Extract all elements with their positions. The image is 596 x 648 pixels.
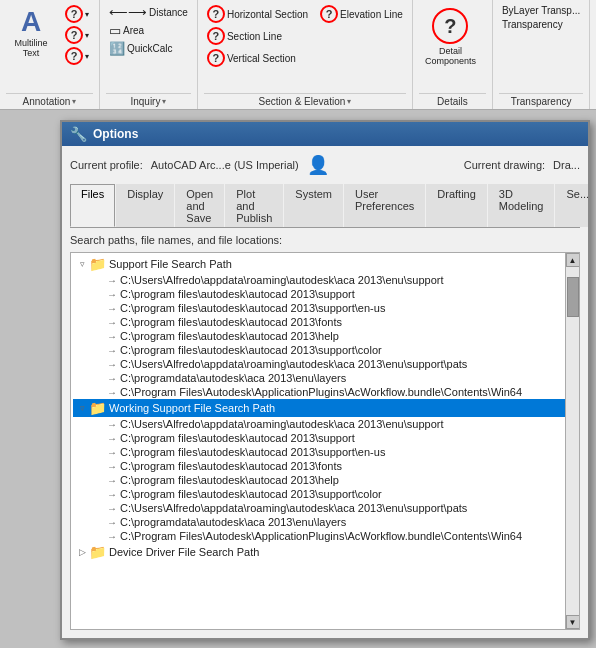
tree-row-support-search[interactable]: ▿ 📁 Support File Search Path [73,255,577,273]
annotation-section-label[interactable]: Annotation ▾ [6,93,93,107]
question-icon-3: ? [65,47,83,65]
dialog-titlebar: 🔧 Options [62,122,588,146]
transparency-button[interactable]: Transparency [499,18,583,31]
arrow-support-5: → [107,345,117,356]
arrow-working-0: → [107,419,117,430]
text-icon: A [21,8,41,36]
annotation-small-buttons: ? ▾ ? ▾ ? ▾ [62,4,92,66]
tree-child-working-8[interactable]: → C:\Program Files\Autodesk\ApplicationP… [73,529,577,543]
annotation-btn-arrow-1: ▾ [85,10,89,19]
ribbon: A MultilineText ? ▾ ? ▾ ? ▾ Annotation [0,0,596,110]
annotation-q-btn-3[interactable]: ? ▾ [62,46,92,66]
arrow-working-8: → [107,531,117,542]
tab-3d-modeling[interactable]: 3D Modeling [488,184,555,227]
arrow-support-3: → [107,317,117,328]
tree-row-device-driver[interactable]: ▷ 📁 Device Driver File Search Path [73,543,577,561]
dialog-tabs: Files Display Open and Save Plot and Pub… [70,184,580,228]
detail-components-button[interactable]: ? DetailComponents [419,4,482,70]
tree-expand-working[interactable]: ▿ [75,403,89,413]
tree-node-device-driver: ▷ 📁 Device Driver File Search Path [73,543,577,561]
elevation-line-icon: ? [207,49,225,67]
tree-child-working-0[interactable]: → C:\Users\Alfredo\appdata\roaming\autod… [73,417,577,431]
tree-node-working-support: ▿ 📁 Working Support File Search Path → C… [73,399,577,543]
scrollbar-vertical[interactable]: ▲ ▼ [565,253,579,629]
tab-drafting[interactable]: Drafting [426,184,487,227]
paths-description: Search paths, file names, and file locat… [70,234,580,246]
tree-child-support-4[interactable]: → C:\program files\autodesk\autocad 2013… [73,329,577,343]
transparency-tools: ByLayer Transp... Transparency [499,4,583,93]
inquiry-section-label[interactable]: Inquiry ▾ [106,93,191,107]
details-section-label: Details [419,93,486,107]
tree-child-support-2[interactable]: → C:\program files\autodesk\autocad 2013… [73,301,577,315]
tree-row-working-support[interactable]: ▿ 📁 Working Support File Search Path [73,399,577,417]
annotation-btn-arrow-2: ▾ [85,31,89,40]
tree-child-working-6[interactable]: → C:\Users\Alfredo\appdata\roaming\autod… [73,501,577,515]
tab-display[interactable]: Display [116,184,174,227]
bylayer-transparency-button[interactable]: ByLayer Transp... [499,4,583,17]
arrow-working-1: → [107,433,117,444]
tree-label-working: Working Support File Search Path [109,402,275,414]
tab-plot-publish[interactable]: Plot and Publish [225,184,283,227]
annotation-q-btn-1[interactable]: ? ▾ [62,4,92,24]
multiline-text-label: MultilineText [14,38,47,58]
tree-child-working-2[interactable]: → C:\program files\autodesk\autocad 2013… [73,445,577,459]
arrow-working-3: → [107,461,117,472]
tab-user-preferences[interactable]: User Preferences [344,184,425,227]
vertical-section-button[interactable]: ? Elevation Line [317,4,406,24]
arrow-support-2: → [107,303,117,314]
distance-button[interactable]: ⟵⟶ Distance [106,4,191,21]
tree-child-working-3[interactable]: → C:\program files\autodesk\autocad 2013… [73,459,577,473]
tree-child-support-1[interactable]: → C:\program files\autodesk\autocad 2013… [73,287,577,301]
tree-expand-support[interactable]: ▿ [75,259,89,269]
file-tree[interactable]: ▿ 📁 Support File Search Path → C:\Users\… [70,252,580,630]
inquiry-tools: ⟵⟶ Distance ▭ Area 🔢 QuickCalc [106,4,191,93]
tree-child-support-8[interactable]: → C:\Program Files\Autodesk\ApplicationP… [73,385,577,399]
section-line-button[interactable]: ? Section Line [204,26,311,46]
scroll-up-button[interactable]: ▲ [566,253,580,267]
scroll-down-button[interactable]: ▼ [566,615,580,629]
details-tools: ? DetailComponents [419,4,486,93]
horizontal-section-button[interactable]: ? Horizontal Section [204,4,311,24]
arrow-working-2: → [107,447,117,458]
arrow-support-8: → [107,387,117,398]
drawing-value: Dra... [553,159,580,171]
folder-icon-device: 📁 [89,544,106,560]
profile-icon: 👤 [307,154,329,176]
multiline-text-button[interactable]: A MultilineText [6,4,56,62]
tree-child-support-0[interactable]: → C:\Users\Alfredo\appdata\roaming\autod… [73,273,577,287]
arrow-working-4: → [107,475,117,486]
tree-child-working-5[interactable]: → C:\program files\autodesk\autocad 2013… [73,487,577,501]
tree-child-working-4[interactable]: → C:\program files\autodesk\autocad 2013… [73,473,577,487]
tree-label-support: Support File Search Path [109,258,232,270]
arrow-support-0: → [107,275,117,286]
annotation-q-btn-2[interactable]: ? ▾ [62,25,92,45]
tree-child-support-3[interactable]: → C:\program files\autodesk\autocad 2013… [73,315,577,329]
tab-open-save[interactable]: Open and Save [175,184,224,227]
tab-system[interactable]: System [284,184,343,227]
transparency-buttons: ByLayer Transp... Transparency [499,4,583,31]
tree-child-support-7[interactable]: → C:\programdata\autodesk\aca 2013\enu\l… [73,371,577,385]
tab-files[interactable]: Files [70,184,115,227]
tree-child-working-7[interactable]: → C:\programdata\autodesk\aca 2013\enu\l… [73,515,577,529]
ribbon-section-inquiry: ⟵⟶ Distance ▭ Area 🔢 QuickCalc Inquiry ▾ [100,0,198,109]
annotation-tools: A MultilineText ? ▾ ? ▾ ? ▾ [6,4,93,93]
tree-child-support-5[interactable]: → C:\program files\autodesk\autocad 2013… [73,343,577,357]
tree-child-support-6[interactable]: → C:\Users\Alfredo\appdata\roaming\autod… [73,357,577,371]
elevation-line-button[interactable]: ? Vertical Section [204,48,311,68]
quickcalc-button[interactable]: 🔢 QuickCalc [106,40,191,57]
horiz-section-icon: ? [207,5,225,23]
tree-label-device: Device Driver File Search Path [109,546,259,558]
tree-expand-device[interactable]: ▷ [75,547,89,557]
inquiry-buttons: ⟵⟶ Distance ▭ Area 🔢 QuickCalc [106,4,191,57]
tree-child-working-1[interactable]: → C:\program files\autodesk\autocad 2013… [73,431,577,445]
scroll-track [566,267,579,615]
tab-selection[interactable]: Se... [555,184,588,227]
annotation-btn-arrow-3: ▾ [85,52,89,61]
scroll-thumb[interactable] [567,277,579,317]
drawing-label: Current drawing: [464,159,545,171]
ribbon-section-transparency: ByLayer Transp... Transparency Transpare… [493,0,590,109]
inquiry-dropdown-arrow: ▾ [162,97,166,106]
se-section-label[interactable]: Section & Elevation ▾ [204,93,406,107]
dialog-title: Options [93,127,138,141]
area-button[interactable]: ▭ Area [106,22,191,39]
